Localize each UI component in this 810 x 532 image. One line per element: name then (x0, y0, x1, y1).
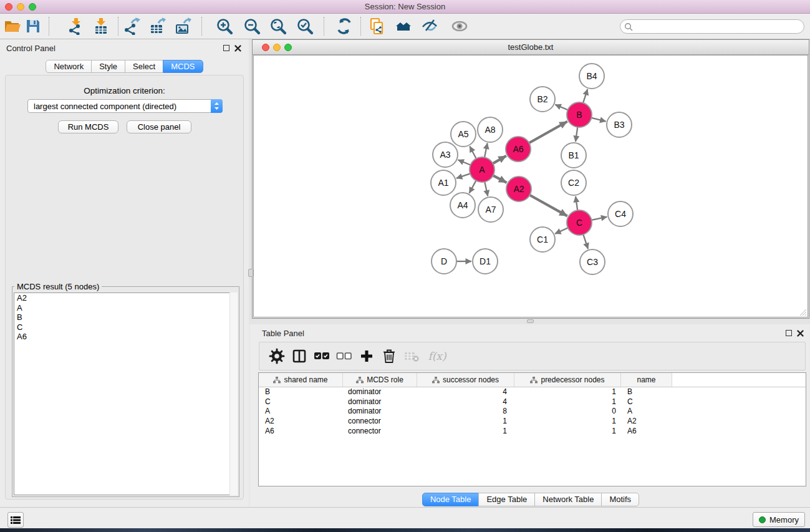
memory-button[interactable]: Memory (753, 512, 805, 527)
zoom-fit-button[interactable] (269, 16, 287, 36)
duplicate-network-button[interactable] (368, 16, 387, 36)
show-columns-button[interactable] (288, 346, 311, 367)
run-mcds-button[interactable]: Run MCDS (58, 120, 118, 133)
graph-edge-A2-C[interactable] (529, 195, 567, 216)
graph-node-A1[interactable]: A1 (431, 170, 456, 195)
panel-splitter-handle[interactable] (248, 269, 253, 277)
graph-edge-A-A2[interactable] (493, 175, 507, 182)
table-row[interactable]: Bdominator41B (259, 387, 806, 397)
graph-node-A6[interactable]: A6 (506, 137, 531, 162)
graph-edge-A-A3[interactable] (458, 160, 470, 165)
graph-node-B1[interactable]: B1 (561, 143, 586, 168)
graph-edge-B-B4[interactable] (583, 89, 587, 103)
save-session-button[interactable] (24, 16, 42, 36)
mcds-result-item[interactable]: A2 (14, 293, 237, 303)
table-row[interactable]: A6connector11A6 (259, 427, 806, 437)
table-row[interactable]: Cdominator41C (259, 397, 806, 407)
export-table-button[interactable] (148, 16, 166, 36)
graph-node-D[interactable]: D (432, 249, 456, 274)
export-image-button[interactable] (173, 16, 192, 36)
panel-splitter-handle[interactable] (527, 319, 534, 323)
graph-node-A[interactable]: A (470, 157, 494, 182)
show-panels-button[interactable] (7, 512, 24, 528)
tab-motifs[interactable]: Motifs (601, 493, 639, 506)
graph-node-A5[interactable]: A5 (451, 122, 476, 147)
graph-edge-C-C1[interactable] (555, 228, 568, 234)
graph-node-D1[interactable]: D1 (473, 249, 498, 274)
window-resize-grip[interactable] (799, 308, 807, 316)
close-panel-icon[interactable] (797, 330, 804, 337)
import-table-button[interactable] (92, 16, 110, 36)
graph-node-C3[interactable]: C3 (580, 249, 605, 274)
graph-node-B3[interactable]: B3 (607, 112, 632, 137)
graph-edge-A-A4[interactable] (470, 181, 476, 193)
graph-node-B[interactable]: B (567, 102, 592, 127)
float-panel-icon[interactable] (786, 330, 792, 336)
table-row[interactable]: Adominator80A (259, 407, 806, 417)
graph-node-A4[interactable]: A4 (450, 193, 475, 218)
graph-node-A2[interactable]: A2 (506, 177, 531, 201)
add-column-button[interactable] (355, 346, 378, 367)
graph-node-C1[interactable]: C1 (530, 227, 555, 252)
tab-node-table[interactable]: Node Table (422, 493, 480, 506)
zoom-out-button[interactable] (243, 16, 261, 36)
table-row[interactable]: A2connector11A2 (259, 417, 806, 427)
tab-select[interactable]: Select (125, 60, 163, 73)
deselect-all-columns-button[interactable] (333, 346, 355, 367)
graph-node-B4[interactable]: B4 (579, 64, 604, 89)
tab-mcds[interactable]: MCDS (163, 60, 203, 73)
column-header-name[interactable]: name (621, 373, 672, 387)
column-header-successor-nodes[interactable]: successor nodes (417, 373, 514, 387)
graph-edge-B-B2[interactable] (555, 105, 567, 110)
float-panel-icon[interactable] (223, 45, 229, 51)
show-all-button[interactable] (450, 16, 469, 36)
column-header-mcds-role[interactable]: MCDS role (343, 373, 417, 387)
graph-edge-A-A1[interactable] (456, 173, 470, 178)
graph-node-A8[interactable]: A8 (478, 117, 503, 142)
mcds-result-list[interactable]: A2ABCA6 (14, 293, 238, 495)
home-button[interactable] (394, 16, 413, 36)
graph-edge-C-C2[interactable] (576, 196, 577, 210)
import-network-button[interactable] (67, 16, 85, 36)
table-settings-button[interactable] (266, 346, 288, 367)
delete-column-button[interactable] (378, 346, 400, 367)
column-header-shared-name[interactable]: shared name (259, 373, 343, 387)
tab-network[interactable]: Network (46, 60, 92, 73)
graph-node-B2[interactable]: B2 (530, 87, 555, 112)
close-panel-button[interactable]: Close panel (127, 120, 191, 133)
graph-edge-A-A7[interactable] (485, 182, 488, 196)
graph-edge-A6-B[interactable] (529, 122, 567, 143)
graph-edge-B-B1[interactable] (576, 127, 577, 142)
search-input[interactable] (633, 21, 804, 32)
zoom-in-button[interactable] (215, 16, 234, 36)
open-session-button[interactable] (3, 16, 22, 36)
function-builder-button[interactable]: f(x) (423, 346, 451, 367)
graph-edge-A-A6[interactable] (493, 156, 506, 163)
delete-table-button[interactable] (400, 346, 423, 367)
graph-edge-B-B3[interactable] (591, 118, 605, 122)
graph-edge-C-C4[interactable] (592, 217, 607, 220)
graph-node-A7[interactable]: A7 (478, 197, 503, 222)
graph-node-C2[interactable]: C2 (561, 170, 586, 195)
graph-node-C[interactable]: C (567, 210, 592, 235)
export-network-button[interactable] (122, 16, 141, 36)
graph-edge-C-C3[interactable] (583, 235, 588, 249)
tab-edge-table[interactable]: Edge Table (478, 493, 535, 506)
network-canvas[interactable]: AA1A2A3A4A5A6A7A8BB1B2B3B4CC1C2C3C4DD1 (253, 55, 808, 317)
mcds-result-item[interactable]: C (14, 322, 237, 332)
mcds-result-item[interactable]: A6 (14, 332, 237, 342)
graph-node-C4[interactable]: C4 (608, 201, 633, 226)
graph-node-A3[interactable]: A3 (433, 142, 458, 167)
graph-edge-A-A8[interactable] (485, 143, 488, 158)
hide-selected-button[interactable] (420, 16, 439, 36)
mcds-result-item[interactable]: A (14, 303, 237, 313)
tab-network-table[interactable]: Network Table (534, 493, 602, 506)
criterion-select[interactable]: largest connected component (directed) (27, 99, 223, 113)
column-header-predecessor-nodes[interactable]: predecessor nodes (514, 373, 621, 387)
refresh-button[interactable] (335, 16, 354, 36)
tab-style[interactable]: Style (91, 60, 125, 73)
close-panel-icon[interactable] (234, 45, 241, 52)
mcds-result-item[interactable]: B (14, 312, 237, 322)
graph-edge-A-A5[interactable] (470, 146, 476, 158)
zoom-selected-button[interactable] (296, 16, 314, 36)
